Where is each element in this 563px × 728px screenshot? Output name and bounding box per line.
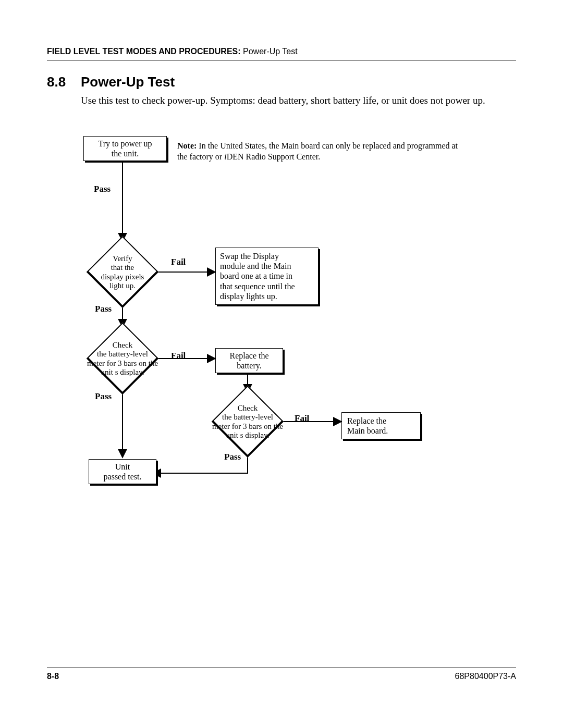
flowchart: Try to power upthe unit. Pass Verifythat… — [57, 132, 511, 507]
flow-arrows — [57, 132, 511, 507]
decision-battery-bars-1: Checkthe battery-levelmeter for 3 bars o… — [89, 325, 156, 392]
label-pass-4: Pass — [224, 452, 241, 462]
step-power-up: Try to power upthe unit. — [83, 136, 167, 161]
decision-display-pixels-text: Verifythat thedisplay pixelslight up. — [76, 254, 169, 290]
label-pass-2: Pass — [95, 304, 112, 314]
decision-battery-bars-2-text: Checkthe battery-levelmeter for 3 bars o… — [195, 404, 300, 440]
section-title: Power-Up Test — [81, 74, 175, 90]
decision-battery-bars-1-text: Checkthe battery-levelmeter for 3 bars o… — [70, 341, 175, 377]
label-fail-2: Fail — [171, 351, 186, 361]
footer-rule — [47, 668, 516, 668]
header-bold: FIELD LEVEL TEST MODES AND PROCEDURES: — [47, 47, 241, 56]
step-swap-boards: Swap the Displaymodule and the Mainboard… — [215, 248, 319, 305]
step-replace-battery: Replace thebattery. — [215, 348, 283, 373]
decision-display-pixels: Verifythat thedisplay pixelslight up. — [89, 238, 156, 306]
running-header: FIELD LEVEL TEST MODES AND PROCEDURES: P… — [47, 47, 516, 56]
page-number: 8-8 — [47, 672, 59, 681]
terminal-passed: Unitpassed test. — [89, 459, 156, 484]
step-replace-main-board: Replace theMain board. — [341, 412, 421, 439]
intro-paragraph: Use this test to check power-up. Symptom… — [81, 94, 516, 107]
label-pass-1: Pass — [94, 184, 111, 194]
label-fail-1: Fail — [171, 257, 186, 267]
decision-battery-bars-2: Checkthe battery-levelmeter for 3 bars o… — [214, 388, 282, 455]
section-number: 8.8 — [47, 74, 66, 90]
label-pass-3: Pass — [95, 391, 112, 402]
header-rule — [47, 60, 516, 60]
label-fail-3: Fail — [295, 413, 309, 424]
header-rest: Power-Up Test — [241, 47, 298, 56]
doc-id: 68P80400P73-A — [455, 672, 516, 681]
